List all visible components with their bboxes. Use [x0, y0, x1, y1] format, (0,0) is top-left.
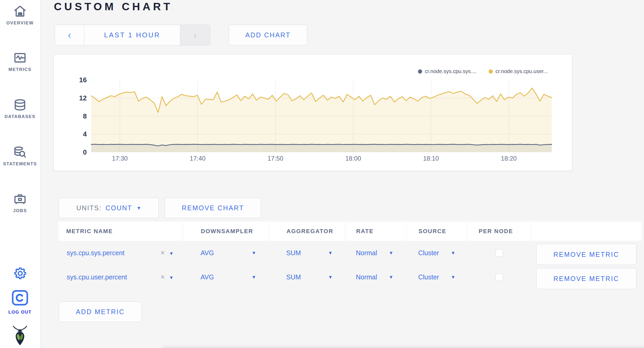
col-header-aggregator: AGGREGATOR: [268, 222, 345, 241]
time-range-selector: ‹ LAST 1 HOUR ›: [55, 25, 210, 45]
chevron-down-icon[interactable]: ▾: [252, 274, 255, 280]
sidebar: OVERVIEW METRICS DATABASES: [0, 0, 41, 348]
legend-item-user[interactable]: cr.node.sys.cpu.user...: [489, 68, 548, 74]
custom-chart-card: 17:3017:4017:5018:0018:1018:200481216 cr…: [54, 55, 572, 171]
sidebar-item-label: OVERVIEW: [0, 21, 40, 26]
legend-label: cr.node.sys.cpu.sys....: [425, 68, 477, 74]
source-dropdown[interactable]: Cluster: [418, 249, 439, 257]
svg-text:17:40: 17:40: [190, 155, 206, 162]
page-title: CUSTOM CHART: [54, 1, 173, 13]
database-icon: [0, 98, 40, 112]
next-section-shadow: [163, 344, 644, 348]
logout-label: LOG OUT: [0, 310, 40, 315]
aggregator-dropdown[interactable]: SUM: [286, 249, 301, 257]
chevron-left-icon: ‹: [68, 30, 71, 41]
svg-text:0: 0: [83, 148, 87, 156]
metrics-table-header: METRIC NAME DOWNSAMPLER AGGREGATOR RATE …: [58, 222, 642, 241]
svg-text:18:20: 18:20: [501, 155, 517, 162]
chevron-down-icon[interactable]: ▾: [452, 274, 454, 280]
downsampler-dropdown[interactable]: AVG: [201, 249, 214, 257]
logout-button[interactable]: LOG OUT: [0, 288, 40, 315]
sidebar-item-metrics[interactable]: METRICS: [0, 51, 40, 72]
sidebar-item-jobs[interactable]: JOBS: [0, 192, 40, 213]
home-icon: [0, 4, 40, 18]
cockroach-logo: [0, 325, 40, 346]
chevron-down-icon[interactable]: ▾: [329, 274, 332, 280]
units-label: UNITS:: [76, 204, 102, 212]
col-header-source: SOURCE: [406, 222, 467, 241]
chart-legend: cr.node.sys.cpu.sys.... cr.node.sys.cpu.…: [418, 68, 548, 74]
remove-metric-button[interactable]: REMOVE METRIC: [536, 268, 636, 289]
downsampler-dropdown[interactable]: AVG: [201, 273, 214, 281]
metric-name-dropdown[interactable]: sys.cpu.sys.percent: [67, 249, 125, 257]
chevron-right-icon: ›: [194, 30, 197, 41]
clear-metric-icon[interactable]: ×: [161, 249, 165, 257]
cockroach-bug-icon: [0, 325, 40, 346]
remove-chart-button[interactable]: REMOVE CHART: [165, 198, 261, 218]
chevron-down-icon[interactable]: ▾: [390, 250, 392, 256]
add-chart-button[interactable]: ADD CHART: [229, 25, 307, 45]
chevron-down-icon[interactable]: ▾: [170, 250, 173, 256]
add-metric-button[interactable]: ADD METRIC: [59, 301, 142, 322]
chevron-down-icon[interactable]: ▾: [452, 250, 454, 256]
sidebar-item-databases[interactable]: DATABASES: [0, 98, 40, 119]
legend-dot-sys: [418, 69, 422, 74]
sidebar-item-label: JOBS: [0, 208, 40, 213]
time-range-next-button[interactable]: ›: [180, 25, 210, 45]
rate-dropdown[interactable]: Normal: [356, 249, 377, 257]
sidebar-item-label: STATEMENTS: [0, 161, 40, 167]
metric-name-dropdown[interactable]: sys.cpu.user.percent: [67, 273, 127, 281]
time-range-dropdown[interactable]: LAST 1 HOUR: [84, 25, 180, 45]
remove-metric-button[interactable]: REMOVE METRIC: [536, 244, 636, 265]
col-header-rate: RATE: [345, 222, 406, 241]
col-header-per-node: PER NODE: [467, 222, 531, 241]
svg-text:18:10: 18:10: [423, 155, 439, 162]
svg-text:16: 16: [79, 76, 87, 84]
svg-text:8: 8: [83, 112, 87, 120]
source-dropdown[interactable]: Cluster: [418, 273, 439, 281]
per-node-checkbox[interactable]: [495, 249, 503, 257]
units-value: COUNT: [106, 204, 132, 212]
cockroach-c-icon: [0, 288, 40, 308]
clear-metric-icon[interactable]: ×: [161, 273, 165, 281]
settings-button[interactable]: [0, 266, 40, 281]
col-header-actions: [531, 222, 642, 241]
chevron-down-icon[interactable]: ▾: [170, 274, 173, 280]
aggregator-dropdown[interactable]: SUM: [286, 273, 301, 281]
metrics-icon: [0, 51, 40, 65]
legend-item-sys[interactable]: cr.node.sys.cpu.sys....: [418, 68, 477, 74]
chevron-down-icon[interactable]: ▾: [329, 250, 332, 256]
sidebar-item-label: METRICS: [0, 67, 40, 72]
rate-dropdown[interactable]: Normal: [356, 273, 377, 281]
table-row: sys.cpu.user.percent ×▾ AVG ▾ SUM ▾ Norm…: [58, 265, 642, 289]
statements-icon: [0, 145, 40, 159]
gear-icon: [0, 266, 40, 281]
sidebar-item-overview[interactable]: OVERVIEW: [0, 4, 40, 26]
table-row: sys.cpu.sys.percent ×▾ AVG ▾ SUM ▾ Norma…: [58, 241, 642, 265]
chevron-down-icon[interactable]: ▾: [252, 250, 255, 256]
svg-text:17:30: 17:30: [112, 155, 128, 162]
chevron-down-icon[interactable]: ▾: [390, 274, 392, 280]
sidebar-item-statements[interactable]: STATEMENTS: [0, 145, 40, 167]
briefcase-icon: [0, 192, 40, 206]
svg-text:4: 4: [83, 130, 87, 138]
time-range-prev-button[interactable]: ‹: [55, 25, 84, 45]
legend-dot-user: [489, 69, 493, 74]
metrics-table: METRIC NAME DOWNSAMPLER AGGREGATOR RATE …: [58, 222, 642, 289]
chevron-down-icon: ▾: [137, 205, 141, 211]
sidebar-item-label: DATABASES: [0, 114, 40, 119]
svg-text:17:50: 17:50: [268, 155, 283, 162]
main-content: CUSTOM CHART ‹ LAST 1 HOUR › ADD CHART 1…: [40, 0, 644, 348]
col-header-metric-name: METRIC NAME: [58, 222, 183, 241]
legend-label: cr.node.sys.cpu.user...: [495, 68, 548, 74]
per-node-checkbox[interactable]: [495, 273, 503, 281]
units-dropdown[interactable]: UNITS: COUNT ▾: [59, 198, 159, 218]
svg-text:12: 12: [79, 94, 87, 102]
col-header-downsampler: DOWNSAMPLER: [183, 222, 268, 241]
svg-text:18:00: 18:00: [345, 155, 361, 162]
